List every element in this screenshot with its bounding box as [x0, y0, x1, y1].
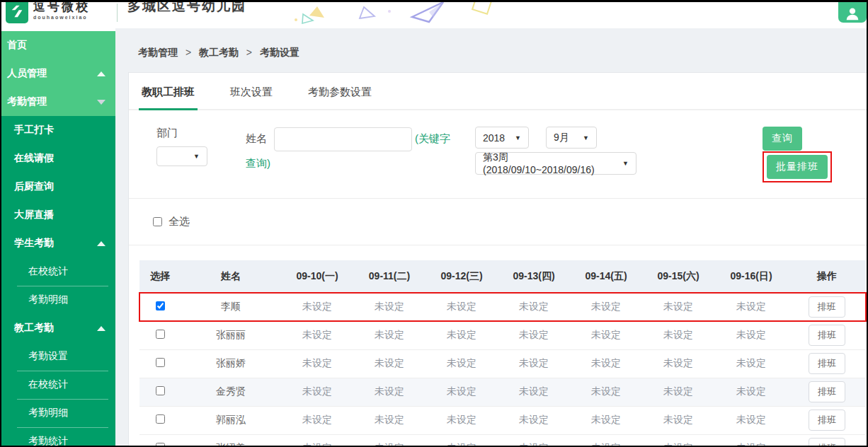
schedule-cell: 未设定	[642, 434, 714, 447]
select-all-checkbox[interactable]	[153, 217, 162, 226]
schedule-row-button[interactable]: 排班	[809, 296, 845, 318]
row-checkbox[interactable]	[156, 386, 165, 395]
schedule-row-button[interactable]: 排班	[809, 438, 845, 447]
logo[interactable]: 逗号微校 douhaoweixiao	[1, 2, 115, 23]
month-select-value: 9月	[554, 132, 569, 144]
schedule-cell: 未设定	[281, 293, 353, 321]
logo-title: 逗号微校	[33, 2, 90, 15]
sidebar-item-label: 手工打卡	[14, 124, 105, 137]
top-header: 逗号微校 douhaoweixiao 多城区逗号幼儿园	[1, 2, 867, 28]
sidebar-item-label: 教工考勤	[14, 322, 97, 335]
filter-actions: 查询 批量排班	[763, 127, 832, 182]
chevron-up-icon	[97, 241, 105, 246]
sidebar-item-top-2[interactable]: 考勤管理	[1, 88, 115, 116]
schedule-row-button[interactable]: 排班	[809, 381, 845, 402]
schedule-cell: 未设定	[353, 321, 426, 349]
column-header: 09-12(三)	[426, 260, 498, 293]
tab-shift-settings[interactable]: 班次设置	[227, 73, 275, 110]
schedule-cell: 未设定	[426, 349, 498, 378]
row-checkbox[interactable]	[156, 358, 165, 367]
sidebar-item-label: 考勤设置	[28, 350, 115, 363]
table-header-row: 选择姓名09-10(一)09-11(二)09-12(三)09-13(四)09-1…	[139, 260, 866, 293]
table-row: 金秀贤未设定未设定未设定未设定未设定未设定未设定排班	[139, 378, 866, 406]
schedule-cell: 未设定	[353, 378, 426, 406]
table-row: 张丽丽未设定未设定未设定未设定未设定未设定未设定排班	[139, 321, 866, 349]
name-input[interactable]	[274, 127, 412, 151]
schedule-cell: 未设定	[426, 293, 498, 321]
chevron-down-icon: ▼	[193, 153, 200, 160]
sidebar-item-sub-0[interactable]: 手工打卡	[1, 116, 115, 144]
column-header: 09-15(六)	[642, 260, 714, 293]
schedule-row-button[interactable]: 排班	[809, 410, 845, 431]
school-title: 多城区逗号幼儿园	[127, 2, 246, 16]
schedule-cell: 未设定	[498, 434, 570, 447]
table-row: 李顺未设定未设定未设定未设定未设定未设定未设定排班	[139, 293, 866, 321]
dept-select[interactable]: ▼	[156, 146, 207, 166]
column-header: 09-13(四)	[498, 260, 570, 293]
sidebar-item-sub-3[interactable]: 大屏直播	[1, 201, 115, 229]
schedule-cell: 未设定	[426, 378, 498, 406]
sidebar-item-sub-7[interactable]: 教工考勤	[1, 314, 115, 342]
sidebar-item-label: 考勤管理	[7, 95, 97, 108]
row-checkbox[interactable]	[156, 301, 165, 310]
row-checkbox[interactable]	[156, 443, 165, 447]
sidebar-item-sub-2[interactable]: 后厨查询	[1, 173, 115, 201]
sidebar-item-sub-8[interactable]: 考勤设置	[1, 342, 115, 371]
schedule-table: 选择姓名09-10(一)09-11(二)09-12(三)09-13(四)09-1…	[139, 260, 867, 447]
schedule-cell: 未设定	[642, 349, 714, 378]
date-filters: 2018 ▼ 9月 ▼ 第3周(2018/09/10~2018/09/16) ▼	[475, 127, 636, 175]
sidebar-item-sub-4[interactable]: 学生考勤	[1, 229, 115, 257]
schedule-cell: 未设定	[498, 349, 570, 378]
batch-schedule-button[interactable]: 批量排班	[767, 155, 828, 179]
sidebar-item-sub-5[interactable]: 在校统计	[1, 257, 115, 286]
sidebar-item-top-0[interactable]: 首页	[1, 31, 115, 59]
tab-attendance-params[interactable]: 考勤参数设置	[305, 73, 375, 110]
schedule-cell: 未设定	[281, 434, 353, 447]
dept-label: 部门	[156, 127, 207, 140]
column-header: 姓名	[181, 260, 281, 293]
schedule-row-button[interactable]: 排班	[809, 353, 845, 374]
user-avatar-button[interactable]	[838, 2, 867, 23]
sidebar-item-sub-6[interactable]: 考勤明细	[1, 286, 115, 314]
sidebar-item-sub-9[interactable]: 在校统计	[1, 371, 115, 399]
sidebar-item-top-1[interactable]: 人员管理	[1, 59, 115, 88]
sidebar-item-label: 后厨查询	[14, 180, 105, 193]
schedule-cell: 未设定	[353, 434, 426, 447]
chevron-up-icon	[97, 326, 105, 331]
staff-name: 张丽丽	[181, 321, 281, 349]
row-checkbox[interactable]	[156, 414, 165, 424]
annotation-box-batch-button: 批量排班	[763, 151, 832, 182]
column-header: 操作	[788, 260, 866, 293]
logo-subtitle: douhaoweixiao	[33, 15, 90, 20]
week-select[interactable]: 第3周(2018/09/10~2018/09/16) ▼	[475, 152, 636, 175]
sidebar-item-sub-10[interactable]: 考勤明细	[1, 399, 115, 427]
table-body: 李顺未设定未设定未设定未设定未设定未设定未设定排班张丽丽未设定未设定未设定未设定…	[139, 293, 866, 447]
tab-staff-scheduling[interactable]: 教职工排班	[139, 73, 198, 110]
sidebar: 首页人员管理考勤管理 手工打卡在线请假后厨查询大屏直播学生考勤在校统计考勤明细教…	[1, 28, 115, 447]
sidebar-item-label: 在线请假	[14, 152, 105, 165]
staff-name: 李顺	[181, 293, 281, 321]
sidebar-submenu: 手工打卡在线请假后厨查询大屏直播学生考勤在校统计考勤明细教工考勤考勤设置在校统计…	[1, 116, 115, 447]
schedule-cell: 未设定	[570, 321, 642, 349]
schedule-row-button[interactable]: 排班	[809, 325, 845, 346]
row-checkbox[interactable]	[156, 330, 165, 339]
week-select-value: 第3周(2018/09/10~2018/09/16)	[483, 151, 617, 175]
sidebar-item-label: 首页	[7, 39, 105, 52]
breadcrumb-item-attendance-mgmt[interactable]: 考勤管理	[138, 47, 178, 58]
schedule-cell: 未设定	[570, 434, 642, 447]
search-button[interactable]: 查询	[763, 127, 802, 151]
month-select[interactable]: 9月 ▼	[546, 127, 597, 149]
header-divider	[117, 4, 118, 22]
breadcrumb-item-staff-attendance[interactable]: 教工考勤	[199, 47, 239, 58]
breadcrumb-item-attendance-settings[interactable]: 考勤设置	[260, 47, 299, 58]
staff-name: 张丽娇	[181, 349, 281, 378]
schedule-cell: 未设定	[714, 349, 788, 378]
sidebar-item-sub-11[interactable]: 考勤统计	[1, 427, 115, 447]
staff-name: 金秀贤	[181, 378, 281, 406]
schedule-cell: 未设定	[714, 378, 788, 406]
sidebar-item-sub-1[interactable]: 在线请假	[1, 144, 115, 173]
year-select[interactable]: 2018 ▼	[475, 127, 529, 149]
schedule-cell: 未设定	[714, 434, 788, 447]
staff-name: 郭丽泓	[181, 406, 281, 434]
sidebar-item-label: 人员管理	[7, 67, 97, 80]
